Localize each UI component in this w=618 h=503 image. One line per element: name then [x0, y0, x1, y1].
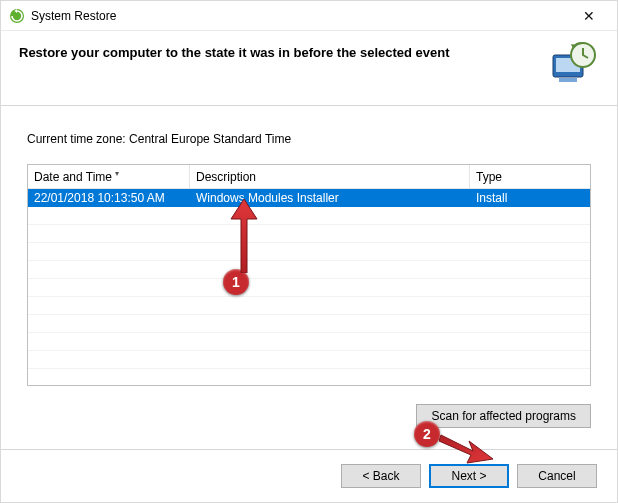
table-header: Date and Time ▾ Description Type	[28, 165, 590, 189]
col-header-description[interactable]: Description	[190, 165, 470, 188]
scan-row: Scan for affected programs	[27, 404, 591, 428]
table-row-empty	[28, 315, 590, 333]
window-title: System Restore	[31, 9, 569, 23]
close-button[interactable]: ✕	[569, 1, 609, 30]
time-zone-label: Current time zone: Central Europe Standa…	[27, 132, 591, 146]
table-row[interactable]: 22/01/2018 10:13:50 AM Windows Modules I…	[28, 189, 590, 207]
cell-date: 22/01/2018 10:13:50 AM	[28, 189, 190, 207]
system-restore-window: System Restore ✕ Restore your computer t…	[0, 0, 618, 503]
back-button[interactable]: < Back	[341, 464, 421, 488]
titlebar: System Restore ✕	[1, 1, 617, 31]
svg-rect-3	[559, 78, 577, 82]
table-row-empty	[28, 225, 590, 243]
table-row-empty	[28, 297, 590, 315]
table-row-empty	[28, 333, 590, 351]
next-button[interactable]: Next >	[429, 464, 509, 488]
table-row-empty	[28, 279, 590, 297]
col-header-date[interactable]: Date and Time ▾	[28, 165, 190, 188]
restore-points-table[interactable]: Date and Time ▾ Description Type 22/01/2…	[27, 164, 591, 386]
col-header-date-label: Date and Time	[34, 170, 112, 184]
table-row-empty	[28, 243, 590, 261]
page-headline: Restore your computer to the state it wa…	[19, 41, 537, 60]
col-header-description-label: Description	[196, 170, 256, 184]
content-area: Current time zone: Central Europe Standa…	[1, 106, 617, 449]
chevron-down-icon: ▾	[115, 169, 119, 178]
table-row-empty	[28, 351, 590, 369]
table-row-empty	[28, 207, 590, 225]
col-header-type-label: Type	[476, 170, 502, 184]
system-restore-large-icon	[549, 41, 597, 85]
scan-affected-button[interactable]: Scan for affected programs	[416, 404, 591, 428]
restore-icon	[9, 8, 25, 24]
table-row-empty	[28, 261, 590, 279]
wizard-footer: < Back Next > Cancel	[1, 449, 617, 502]
wizard-header: Restore your computer to the state it wa…	[1, 31, 617, 106]
cell-type: Install	[470, 189, 590, 207]
cancel-button[interactable]: Cancel	[517, 464, 597, 488]
cell-description: Windows Modules Installer	[190, 189, 470, 207]
col-header-type[interactable]: Type	[470, 165, 590, 188]
